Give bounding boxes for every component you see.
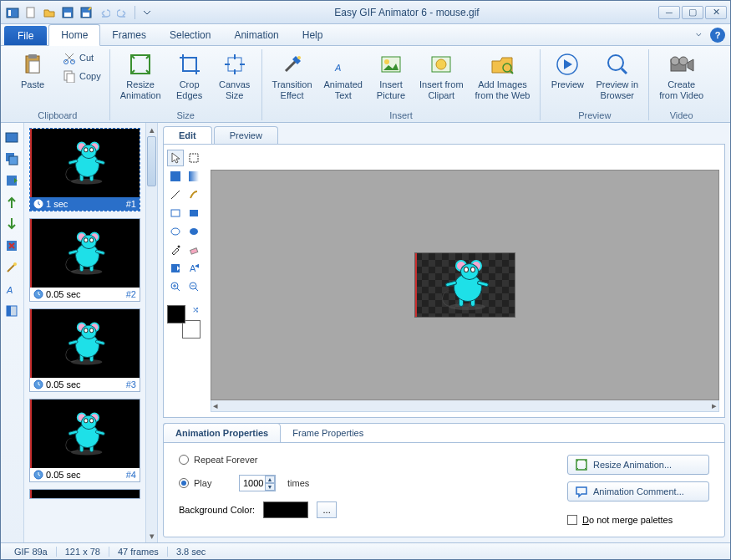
frame-item-3[interactable]: 0.05 sec#3 xyxy=(29,308,140,392)
svg-rect-2 xyxy=(27,8,34,18)
svg-rect-4 xyxy=(64,13,71,17)
tab-frames[interactable]: Frames xyxy=(100,24,158,45)
tool-wand-icon[interactable] xyxy=(3,258,21,277)
transition-effect-button[interactable]: Transition Effect xyxy=(269,49,316,102)
tool-palette: A◀ ⤭ xyxy=(164,145,206,417)
qat-new-icon[interactable] xyxy=(23,4,39,21)
insert-clipart-button[interactable]: Insert from Clipart xyxy=(416,49,467,102)
cut-button[interactable]: Cut xyxy=(61,49,103,66)
play-radio[interactable] xyxy=(179,478,189,488)
svg-point-47 xyxy=(190,228,198,235)
svg-point-21 xyxy=(436,59,446,69)
qat-save-icon[interactable] xyxy=(59,4,76,21)
svg-point-24 xyxy=(608,55,623,70)
resize-animation-button[interactable]: Resize Animation xyxy=(117,49,165,102)
merge-palettes-checkbox[interactable] xyxy=(567,515,577,525)
frame-properties-tab[interactable]: Frame Properties xyxy=(281,424,375,442)
tool-duplicate-icon[interactable] xyxy=(3,171,21,190)
canvas-image[interactable] xyxy=(414,252,515,318)
eraser-tool-icon[interactable] xyxy=(185,242,202,258)
swap-colors-icon[interactable]: ⤭ xyxy=(192,305,199,314)
rect-fill-tool-icon[interactable] xyxy=(185,205,202,221)
crop-edges-button[interactable]: Crop Edges xyxy=(170,49,210,102)
ellipse-fill-tool-icon[interactable] xyxy=(185,223,202,240)
move-tool-icon[interactable] xyxy=(167,260,184,277)
gradient-tool-icon[interactable] xyxy=(185,168,202,185)
animation-comment-button[interactable]: Animation Comment... xyxy=(567,481,709,501)
svg-text:A: A xyxy=(334,63,341,73)
edit-tab[interactable]: Edit xyxy=(163,126,212,144)
bg-color-button[interactable]: ... xyxy=(317,501,337,518)
window-title: Easy GIF Animator 6 - mouse.gif xyxy=(155,7,658,18)
canvas-h-scrollbar[interactable]: ◂▸ xyxy=(211,400,719,412)
rect-tool-icon[interactable] xyxy=(167,205,184,221)
status-duration: 3.8 sec xyxy=(168,547,214,557)
frame-number: #1 xyxy=(126,199,136,209)
svg-rect-6 xyxy=(83,13,89,17)
tool-text-icon[interactable]: A xyxy=(3,280,21,298)
create-from-video-button[interactable]: Create from Video xyxy=(656,49,707,102)
file-menu[interactable]: File xyxy=(4,26,47,45)
svg-rect-30 xyxy=(9,156,18,165)
status-format: GIF 89a xyxy=(6,547,57,557)
tool-panel-icon[interactable] xyxy=(3,302,21,320)
svg-rect-43 xyxy=(189,171,199,181)
qat-dropdown-icon[interactable] xyxy=(139,4,155,21)
animated-text-button[interactable]: AAnimated Text xyxy=(321,49,366,102)
frames-panel: 1 sec#1 0.05 sec#2 0.05 sec#3 0.05 sec#4… xyxy=(24,123,158,542)
frame-number: #3 xyxy=(126,379,136,389)
preview-browser-button[interactable]: Preview in Browser xyxy=(592,49,642,102)
qat-redo-icon[interactable] xyxy=(114,4,131,21)
tool-delete-icon[interactable] xyxy=(3,237,21,255)
minimize-ribbon-icon[interactable]: ⌵ xyxy=(696,28,702,42)
canvas-view[interactable] xyxy=(211,170,719,400)
zoom-out-tool-icon[interactable] xyxy=(185,278,202,295)
zoom-in-tool-icon[interactable] xyxy=(167,278,184,295)
tool-arrow-up-icon[interactable] xyxy=(3,193,21,211)
qat-open-icon[interactable] xyxy=(41,4,58,21)
qat-save-as-icon[interactable] xyxy=(78,4,94,21)
tab-help[interactable]: Help xyxy=(291,24,335,45)
spin-down[interactable]: ▼ xyxy=(265,483,275,491)
eyedropper-tool-icon[interactable] xyxy=(167,242,184,258)
tool-frame-icon[interactable] xyxy=(3,128,21,146)
brush-tool-icon[interactable] xyxy=(185,186,202,203)
frame-item-1[interactable]: 1 sec#1 xyxy=(29,128,140,211)
ellipse-tool-icon[interactable] xyxy=(167,223,184,240)
help-icon[interactable]: ? xyxy=(710,28,725,43)
animation-properties-tab[interactable]: Animation Properties xyxy=(163,423,281,443)
close-button[interactable]: ✕ xyxy=(705,6,727,19)
maximize-button[interactable]: ▢ xyxy=(682,6,703,19)
text-tool-icon[interactable]: A◀ xyxy=(185,260,202,277)
tab-animation[interactable]: Animation xyxy=(222,24,290,45)
svg-rect-8 xyxy=(28,54,37,59)
qat-undo-icon[interactable] xyxy=(96,4,113,21)
repeat-forever-radio[interactable] xyxy=(179,455,189,465)
add-images-web-button[interactable]: Add Images from the Web xyxy=(472,49,534,102)
resize-animation-action-button[interactable]: Resize Animation... xyxy=(567,455,709,475)
canvas-size-button[interactable]: Canvas Size xyxy=(215,49,255,102)
svg-rect-42 xyxy=(170,171,180,181)
tool-frames-icon[interactable] xyxy=(3,150,21,168)
frame-duration: 1 sec xyxy=(46,199,68,209)
preview-button[interactable]: Preview xyxy=(547,49,587,92)
color-swatch[interactable]: ⤭ xyxy=(167,305,201,339)
line-tool-icon[interactable] xyxy=(167,186,184,203)
select-tool-icon[interactable] xyxy=(167,150,184,166)
tab-selection[interactable]: Selection xyxy=(158,24,222,45)
preview-tab[interactable]: Preview xyxy=(214,126,278,144)
paste-button[interactable]: Paste xyxy=(13,49,53,92)
frames-scrollbar[interactable]: ▴▾ xyxy=(145,123,157,542)
copy-button[interactable]: Copy xyxy=(61,68,103,84)
frame-item-2[interactable]: 0.05 sec#2 xyxy=(29,218,140,302)
spin-up[interactable]: ▲ xyxy=(265,476,275,483)
marquee-tool-icon[interactable] xyxy=(185,150,202,166)
frame-item-4[interactable]: 0.05 sec#4 xyxy=(29,399,140,482)
insert-picture-button[interactable]: Insert Picture xyxy=(371,49,411,102)
svg-rect-41 xyxy=(190,154,198,162)
tab-home[interactable]: Home xyxy=(48,24,100,46)
fill-tool-icon[interactable] xyxy=(167,168,184,185)
qat-app-icon[interactable] xyxy=(4,4,21,21)
tool-arrow-down-icon[interactable] xyxy=(3,215,21,233)
minimize-button[interactable]: ─ xyxy=(658,6,680,19)
